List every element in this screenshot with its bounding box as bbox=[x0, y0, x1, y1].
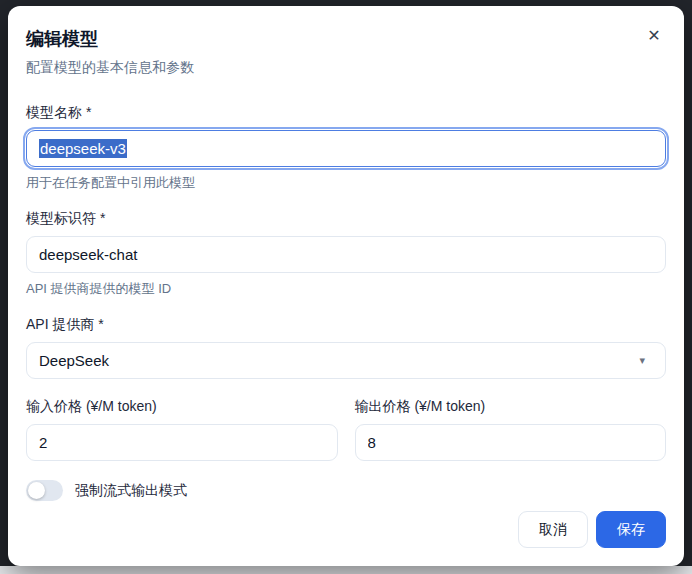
model-name-label: 模型名称 * bbox=[26, 102, 666, 122]
provider-select[interactable]: DeepSeek ▾ bbox=[26, 342, 666, 379]
cancel-button[interactable]: 取消 bbox=[518, 511, 588, 548]
output-price-input[interactable] bbox=[355, 424, 667, 461]
toggle-knob bbox=[28, 482, 45, 499]
model-id-label: 模型标识符 * bbox=[26, 208, 666, 228]
dialog-title: 编辑模型 bbox=[26, 26, 666, 52]
save-button[interactable]: 保存 bbox=[596, 511, 666, 548]
force-stream-row: 强制流式输出模式 bbox=[26, 480, 666, 501]
chevron-down-icon: ▾ bbox=[639, 354, 645, 367]
model-id-group: 模型标识符 * API 提供商提供的模型 ID bbox=[26, 208, 666, 297]
provider-selected-value: DeepSeek bbox=[39, 352, 109, 369]
provider-label: API 提供商 * bbox=[26, 314, 666, 334]
dialog-subtitle: 配置模型的基本信息和参数 bbox=[26, 58, 666, 76]
model-id-input[interactable] bbox=[26, 236, 666, 273]
output-price-label: 输出价格 (¥/M token) bbox=[355, 396, 667, 416]
price-row: 输入价格 (¥/M token) 输出价格 (¥/M token) bbox=[26, 396, 666, 461]
force-stream-toggle[interactable] bbox=[26, 480, 63, 501]
model-name-helper: 用于在任务配置中引用此模型 bbox=[26, 175, 666, 191]
model-name-group: 模型名称 * deepseek-v3 用于在任务配置中引用此模型 bbox=[26, 102, 666, 191]
dialog-header: 编辑模型 配置模型的基本信息和参数 ✕ bbox=[26, 24, 666, 76]
dialog-footer: 取消 保存 bbox=[26, 511, 666, 552]
input-price-group: 输入价格 (¥/M token) bbox=[26, 396, 338, 461]
output-price-group: 输出价格 (¥/M token) bbox=[355, 396, 667, 461]
force-stream-label: 强制流式输出模式 bbox=[75, 482, 187, 500]
input-price-label: 输入价格 (¥/M token) bbox=[26, 396, 338, 416]
input-price-input[interactable] bbox=[26, 424, 338, 461]
close-icon[interactable]: ✕ bbox=[642, 24, 666, 48]
model-name-value: deepseek-v3 bbox=[39, 139, 127, 158]
model-id-helper: API 提供商提供的模型 ID bbox=[26, 281, 666, 297]
edit-model-dialog: 编辑模型 配置模型的基本信息和参数 ✕ 模型名称 * deepseek-v3 用… bbox=[8, 6, 684, 566]
model-name-input[interactable]: deepseek-v3 bbox=[26, 130, 666, 167]
provider-group: API 提供商 * DeepSeek ▾ bbox=[26, 314, 666, 379]
